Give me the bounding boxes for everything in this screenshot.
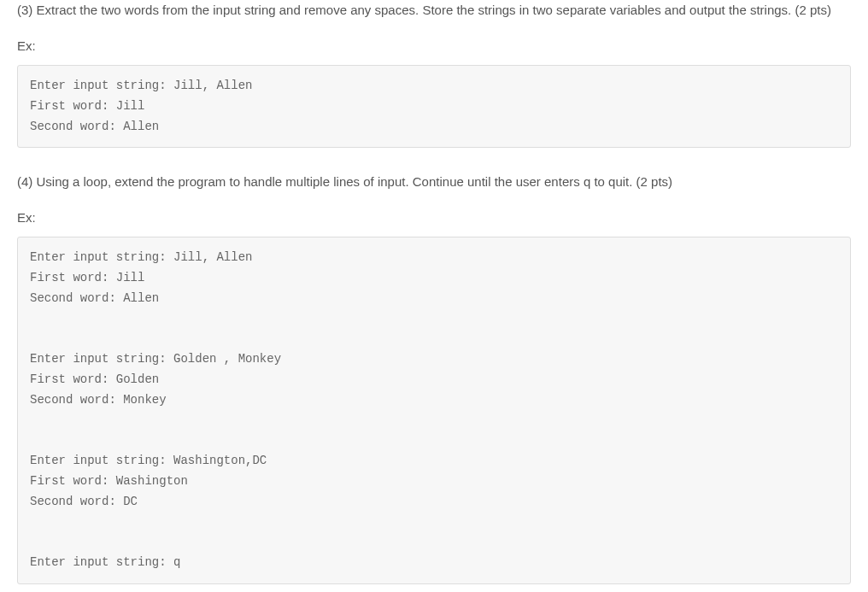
part4-instruction: (4) Using a loop, extend the program to … [17, 172, 851, 192]
part3-code-block: Enter input string: Jill, Allen First wo… [17, 65, 851, 148]
part4-example-label: Ex: [17, 208, 851, 228]
part3-example-label: Ex: [17, 36, 851, 56]
part3-instruction: (3) Extract the two words from the input… [17, 0, 851, 21]
part4-code-block: Enter input string: Jill, Allen First wo… [17, 237, 851, 584]
